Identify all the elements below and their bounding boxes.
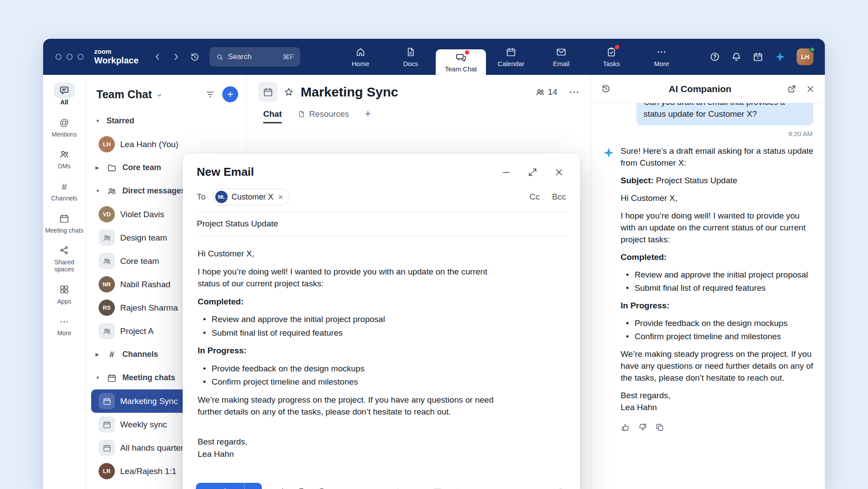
nav-team-chat[interactable]: Team Chat [436, 49, 486, 75]
remove-recipient-icon[interactable] [277, 194, 284, 200]
logo-zoom-text: zoom [94, 48, 139, 56]
ai-closing: We’re making steady progress on the proj… [621, 348, 813, 384]
notifications-bell-icon[interactable] [731, 52, 742, 62]
rail-item-dms[interactable]: DMs [44, 144, 85, 174]
send-button[interactable]: Send [196, 483, 244, 489]
rail-item-meeting-chats[interactable]: Meeting chats [44, 208, 85, 238]
window-zoom-dot[interactable] [77, 54, 84, 60]
email-completed-heading: Completed: [198, 296, 501, 308]
email-body-editor[interactable]: Hi Customer X, I hope you’re doing well!… [183, 236, 580, 477]
rail-item-shared-spaces[interactable]: Shared spaces [44, 240, 85, 277]
filter-icon[interactable] [205, 89, 215, 100]
ai-signature: Best regards,Lea Hahn [621, 390, 813, 414]
channel-header: Marketing Sync 14 ⋯ [246, 75, 591, 104]
ai-companion-icon[interactable] [774, 51, 786, 63]
send-options-caret[interactable] [244, 483, 262, 489]
ai-compose-sparkle-icon[interactable] [452, 487, 463, 489]
expand-icon[interactable] [527, 167, 538, 178]
ai-completed-list: •Review and approve the initial project … [621, 269, 813, 294]
new-chat-button[interactable]: + [222, 86, 238, 102]
thumbs-up-icon[interactable] [621, 422, 630, 432]
nav-tasks[interactable]: Tasks [586, 39, 636, 75]
help-icon[interactable] [710, 52, 720, 62]
bcc-button[interactable]: Bcc [552, 192, 566, 202]
toolbar-more-icon[interactable]: ⋯ [491, 487, 501, 489]
section-starred[interactable]: ▼ Starred [91, 109, 241, 133]
search-input[interactable]: Search ⌘F [210, 47, 300, 67]
rail-item-all[interactable]: All [44, 80, 85, 110]
send-split-button[interactable]: Send [196, 483, 262, 489]
favorite-star-icon[interactable] [283, 87, 294, 97]
nav-docs[interactable]: Docs [386, 39, 436, 75]
ai-history-icon[interactable] [601, 84, 611, 94]
rail-item-apps[interactable]: Apps [44, 279, 85, 309]
ai-conversation[interactable]: Can you draft an email that provides a s… [591, 103, 825, 489]
group-avatar-icon [99, 323, 115, 339]
avatar: RS [99, 300, 115, 316]
back-icon[interactable] [153, 52, 162, 62]
rail-item-more[interactable]: ⋯ More [44, 311, 85, 341]
calendar-today-icon[interactable] [753, 52, 763, 62]
subject-field[interactable]: Project Status Update [196, 212, 567, 236]
channel-more-icon[interactable]: ⋯ [569, 87, 579, 97]
tab-chat[interactable]: Chat [263, 109, 282, 123]
panel-title-chevron-icon[interactable] [156, 92, 163, 99]
chat-row-lea-hanh[interactable]: LH Lea Hanh (You) [91, 133, 241, 156]
chevron-right-icon: ▶ [96, 352, 101, 357]
window-close-dot[interactable] [55, 54, 62, 60]
mentions-at-icon: @ [54, 115, 75, 130]
to-field[interactable]: To ML Customer X Cc Bcc [196, 185, 567, 212]
nav-home[interactable]: Home [335, 39, 386, 75]
signature-icon[interactable] [276, 487, 287, 489]
group-avatar-icon [99, 230, 115, 246]
modal-header: New Email [183, 154, 580, 185]
emoji-icon[interactable] [316, 487, 327, 489]
tab-add[interactable]: + [365, 108, 371, 124]
thumbs-down-icon[interactable] [638, 422, 647, 432]
image-icon[interactable] [336, 487, 347, 489]
recipient-avatar: ML [215, 191, 228, 203]
attach-file-icon[interactable] [297, 487, 307, 489]
tab-resources[interactable]: Resources [298, 109, 349, 123]
hash-icon: # [107, 350, 117, 359]
chevron-right-icon: ▶ [96, 165, 101, 170]
encrypt-lock-icon[interactable] [393, 487, 403, 489]
window-controls[interactable] [55, 54, 84, 60]
nav-more[interactable]: More [636, 39, 687, 75]
email-greeting: Hi Customer X, [198, 248, 501, 260]
home-icon [355, 46, 366, 58]
history-icon[interactable] [190, 52, 200, 62]
template-icon[interactable] [432, 487, 443, 489]
chevron-down-icon: ▼ [96, 189, 101, 193]
minimize-icon[interactable] [501, 167, 511, 178]
rail-item-mentions[interactable]: @ Mentions [44, 112, 85, 142]
recipient-chip[interactable]: ML Customer X [213, 189, 290, 205]
meeting-chats-icon [54, 211, 75, 226]
to-label: To [197, 192, 206, 202]
search-icon [216, 53, 224, 61]
members-count[interactable]: 14 [535, 87, 557, 97]
user-prompt-bubble: Can you draft an email that provides a s… [636, 103, 813, 126]
email-inprogress-heading: In Progress: [198, 345, 501, 357]
email-signature: Best regards,Lea Hahn [198, 436, 501, 460]
new-email-modal: New Email To ML Customer [183, 154, 580, 489]
copy-icon[interactable] [655, 422, 665, 432]
window-minimize-dot[interactable] [66, 54, 73, 60]
apps-grid-icon [54, 282, 75, 297]
cc-button[interactable]: Cc [530, 192, 540, 202]
nav-calendar[interactable]: Calendar [486, 39, 536, 75]
list-item: •Provide feedback on the design mockups [621, 318, 813, 330]
search-placeholder: Search [228, 52, 252, 61]
nav-email[interactable]: Email [536, 39, 586, 75]
rail-item-channels[interactable]: # Channels [44, 176, 85, 206]
profile-avatar[interactable]: LH [797, 48, 813, 65]
ai-completed-heading: Completed: [621, 252, 813, 263]
forward-icon[interactable] [171, 52, 181, 62]
discard-trash-icon[interactable] [555, 487, 566, 489]
pop-out-icon[interactable] [787, 84, 797, 94]
draw-pencil-icon[interactable] [412, 487, 423, 489]
ai-response: Sure! Here’s a draft email asking for a … [603, 145, 813, 432]
ai-close-icon[interactable] [805, 84, 815, 94]
close-icon[interactable] [554, 167, 564, 178]
channel-title: Marketing Sync [301, 85, 398, 100]
